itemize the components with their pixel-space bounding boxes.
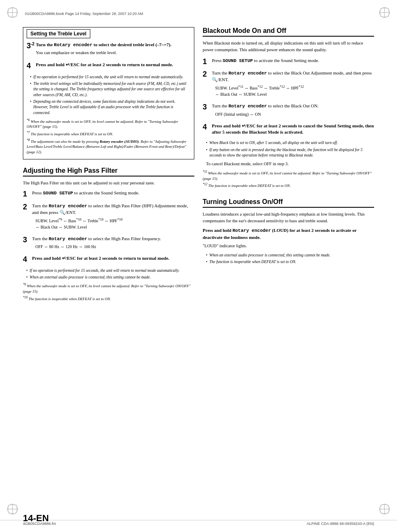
blackout-step4-content: Press and hold ↵/ESC for at least 2 seco…	[212, 123, 374, 137]
treble-note-7: *7 The function is inoperable when DEFEA…	[27, 131, 191, 137]
treble-section: Setting the Treble Level 3-2 Turn the Ro…	[23, 27, 194, 159]
treble-bullet-3: Depending on the connected devices, some…	[30, 99, 191, 116]
hpf-step4: 4 Press and hold ↵/ESC for at least 2 se…	[23, 255, 194, 264]
treble-step3-content: Turn the Rotary encoder to select the de…	[36, 42, 191, 58]
hpf-step2: 2 Turn the Rotary encoder to select the …	[23, 203, 194, 232]
blackout-step2: 2 Turn the Rotary encoder to select the …	[203, 70, 374, 99]
blackout-intro: When Blackout mode is turned on, all dis…	[203, 40, 374, 53]
treble-step3-number: 3-2	[27, 42, 36, 51]
footer-divider	[0, 520, 397, 520]
blackout-step4-number: 4	[203, 123, 212, 132]
hpf-intro: The High Pass Filter on this unit can be…	[23, 180, 194, 186]
footer-copyright: ALPINE CDA-9886 68-09359Z43-A (EN)	[307, 522, 374, 526]
loudness-bullet-1: When an external audio processor is conn…	[206, 253, 374, 258]
hpf-step3-content: Turn the Rotary encoder to select the Hi…	[32, 236, 194, 251]
hpf-bullets: If no operation is performed for 15 seco…	[23, 268, 194, 281]
hpf-bullet-1: If no operation is performed for 15 seco…	[26, 268, 194, 273]
hpf-section-title: Adjusting the High Pass Filter	[23, 167, 194, 177]
blackout-step2-number: 2	[203, 70, 212, 79]
hpf-note-9: *9 When the subwoofer mode is set to OFF…	[23, 283, 194, 294]
hpf-note-10: *10 The function is inoperable when DEFE…	[23, 296, 194, 302]
treble-bullet-2: The treble level settings will be indivi…	[30, 81, 191, 98]
page-container: 01GB00CDA9886.book Page 14 Friday, Septe…	[0, 0, 397, 532]
hpf-step4-title: Press and hold ↵/ESC for at least 2 seco…	[32, 255, 194, 261]
loudness-section: Turning Loudness On/Off Loudness introdu…	[203, 198, 374, 268]
treble-note-6: *6 When the subwoofer mode is set to OFF…	[27, 118, 191, 129]
blackout-step3-title: Turn the Rotary encoder to select the Bl…	[212, 103, 374, 109]
corner-mark-tr	[378, 6, 391, 19]
blackout-step4: 4 Press and hold ↵/ESC for at least 2 se…	[203, 123, 374, 137]
blackout-step1-number: 1	[203, 57, 212, 67]
content-area: Setting the Treble Level 3-2 Turn the Ro…	[23, 27, 374, 509]
blackout-step2-chain: SUBW. Level*11 ↔ Bass*12 ↔ Treble*12 ↔ H…	[215, 85, 374, 97]
right-column: Blackout Mode On and Off When Blackout m…	[203, 27, 374, 509]
left-column: Setting the Treble Level 3-2 Turn the Ro…	[23, 27, 194, 509]
hpf-step3: 3 Turn the Rotary encoder to select the …	[23, 236, 194, 251]
blackout-note-12: *12 The function is inoperable when DEFE…	[203, 182, 374, 189]
treble-bullet-1: If no operation is performed for 15 seco…	[30, 75, 191, 80]
footer-file: 4GB05CDA9886.fm	[23, 522, 56, 526]
treble-step4: 4 Press and hold ↵/ESC for at least 2 se…	[27, 62, 191, 71]
loudness-indicator: "LOUD" indicator lights.	[203, 243, 374, 249]
corner-mark-br	[378, 503, 391, 515]
loudness-bullets: When an external audio processor is conn…	[203, 253, 374, 265]
corner-mark-bl	[6, 503, 19, 515]
hpf-step3-number: 3	[23, 236, 32, 245]
treble-step3-body: You can emphasize or weaken the treble l…	[36, 50, 191, 56]
hpf-step2-title: Turn the Rotary encoder to select the Hi…	[32, 203, 194, 216]
hpf-step4-number: 4	[23, 255, 32, 264]
blackout-step4-title: Press and hold ↵/ESC for at least 2 seco…	[212, 123, 374, 136]
blackout-step1: 1 Press SOUND SETUP to activate the Soun…	[203, 57, 374, 67]
blackout-bullet-1: When Black Out is set to ON, after 5 sec…	[206, 140, 374, 146]
treble-section-title: Setting the Treble Level	[27, 29, 90, 38]
blackout-step3-chain: OFF (Initial setting) ↔ ON	[215, 111, 374, 117]
hpf-step1-title: Press SOUND SETUP to activate the Sound …	[32, 190, 194, 196]
blackout-step3-number: 3	[203, 103, 212, 112]
hpf-step1-content: Press SOUND SETUP to activate the Sound …	[32, 190, 194, 198]
hpf-bullet-2: When an external audio processor is conn…	[26, 275, 194, 280]
blackout-section: Blackout Mode On and Off When Blackout m…	[203, 27, 374, 190]
hpf-section: Adjusting the High Pass Filter The High …	[23, 167, 194, 303]
treble-step4-title: Press and hold ↵/ESC for at least 2 seco…	[36, 62, 191, 68]
hpf-step1: 1 Press SOUND SETUP to activate the Soun…	[23, 190, 194, 199]
hpf-step2-content: Turn the Rotary encoder to select the Hi…	[32, 203, 194, 232]
loudness-intro: Loudness introduces a special low-and hi…	[203, 211, 374, 224]
corner-mark-tl	[6, 6, 19, 19]
hpf-step4-content: Press and hold ↵/ESC for at least 2 seco…	[32, 255, 194, 263]
blackout-step2-content: Turn the Rotary encoder to select the Bl…	[212, 70, 374, 99]
blackout-section-title: Blackout Mode On and Off	[203, 27, 374, 37]
treble-bullets: If no operation is performed for 15 seco…	[27, 75, 191, 116]
hpf-step3-chain: OFF ↔ 80 Hz ↔ 120 Hz ↔ 160 Hz	[35, 244, 194, 250]
treble-step3-title: Turn the Rotary encoder to select the de…	[36, 42, 191, 48]
hpf-step3-title: Turn the Rotary encoder to select the Hi…	[32, 236, 194, 242]
blackout-step1-content: Press SOUND SETUP to activate the Sound …	[212, 57, 374, 65]
treble-step3: 3-2 Turn the Rotary encoder to select th…	[27, 42, 191, 58]
hpf-step2-chain: SUBW. Level*9 ↔ Bass*10 ↔ Treble*10 ↔ HP…	[35, 217, 194, 230]
header-bar: 01GB00CDA9886.book Page 14 Friday, Septe…	[25, 12, 372, 16]
blackout-step3-content: Turn the Rotary encoder to select the Bl…	[212, 103, 374, 119]
blackout-step2-title: Turn the Rotary encoder to select the Bl…	[212, 70, 374, 83]
treble-note-8: *8 The adjustment can also be made by pr…	[27, 138, 191, 155]
blackout-step1-title: Press SOUND SETUP to activate the Sound …	[212, 57, 374, 64]
blackout-cancel-text: To cancel Blackout mode, select OFF in s…	[206, 161, 374, 167]
hpf-step1-number: 1	[23, 190, 32, 199]
footer-bar: 4GB05CDA9886.fm ALPINE CDA-9886 68-09359…	[0, 522, 397, 526]
loudness-section-title: Turning Loudness On/Off	[203, 198, 374, 208]
treble-step4-number: 4	[27, 62, 36, 71]
blackout-step3: 3 Turn the Rotary encoder to select the …	[203, 103, 374, 119]
loudness-bullet-2: The function is inoperable when DEFEAT i…	[206, 259, 374, 265]
loudness-main-instruction: Press and hold Rotary encoder (LOUD) for…	[203, 227, 374, 241]
header-file-info: 01GB00CDA9886.book Page 14 Friday, Septe…	[25, 12, 143, 16]
hpf-step2-number: 2	[23, 203, 32, 212]
blackout-note-11: *11 When the subwoofer mode is set to OF…	[203, 170, 374, 181]
blackout-bullet-2: If any button on the unit is pressed dur…	[206, 147, 374, 159]
blackout-bullets: When Black Out is set to ON, after 5 sec…	[203, 140, 374, 158]
treble-step4-content: Press and hold ↵/ESC for at least 2 seco…	[36, 62, 191, 69]
